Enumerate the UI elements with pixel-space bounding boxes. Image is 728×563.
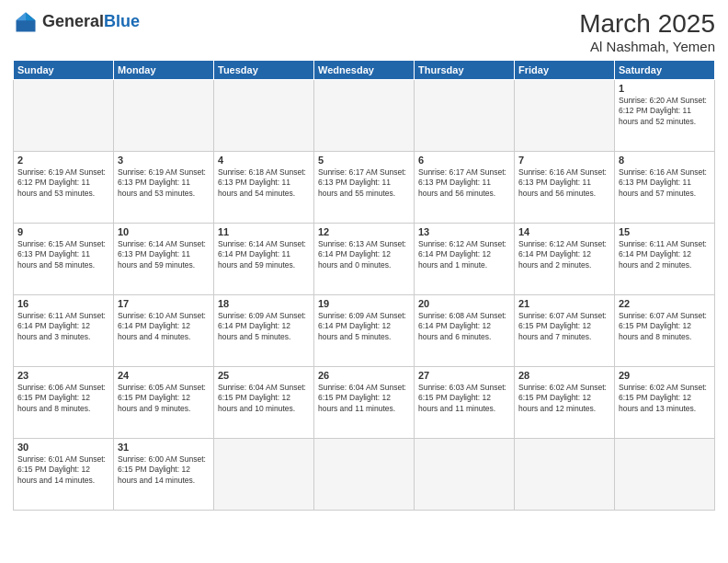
day-number: 27 [418,370,510,381]
weekday-header-wednesday: Wednesday [314,61,415,80]
day-info: Sunrise: 6:19 AM Sunset: 6:13 PM Dayligh… [118,167,210,199]
day-number: 3 [118,155,210,166]
calendar-cell: 14Sunrise: 6:12 AM Sunset: 6:14 PM Dayli… [515,224,615,295]
day-info: Sunrise: 6:14 AM Sunset: 6:14 PM Dayligh… [218,239,310,270]
day-number: 20 [418,298,510,309]
day-number: 15 [619,226,711,237]
calendar-cell: 5Sunrise: 6:17 AM Sunset: 6:13 PM Daylig… [314,152,415,224]
weekday-header-thursday: Thursday [415,61,515,80]
calendar-cell [214,439,314,511]
day-info: Sunrise: 6:16 AM Sunset: 6:13 PM Dayligh… [619,167,711,199]
calendar-cell [314,80,415,152]
calendar-cell [415,80,515,152]
calendar-cell: 16Sunrise: 6:11 AM Sunset: 6:14 PM Dayli… [14,295,114,367]
day-info: Sunrise: 6:00 AM Sunset: 6:15 PM Dayligh… [118,454,210,486]
calendar-cell: 19Sunrise: 6:09 AM Sunset: 6:14 PM Dayli… [314,295,415,367]
day-number: 2 [17,155,109,166]
day-number: 11 [218,226,310,237]
calendar-cell: 3Sunrise: 6:19 AM Sunset: 6:13 PM Daylig… [114,152,214,224]
day-info: Sunrise: 6:09 AM Sunset: 6:14 PM Dayligh… [218,311,310,342]
day-number: 17 [118,298,210,309]
day-number: 6 [418,155,510,166]
week-row-4: 16Sunrise: 6:11 AM Sunset: 6:14 PM Dayli… [14,295,715,367]
calendar-cell: 7Sunrise: 6:16 AM Sunset: 6:13 PM Daylig… [515,152,615,224]
day-number: 14 [518,226,610,237]
calendar: SundayMondayTuesdayWednesdayThursdayFrid… [13,60,715,511]
calendar-cell: 24Sunrise: 6:05 AM Sunset: 6:15 PM Dayli… [114,367,214,439]
calendar-cell: 15Sunrise: 6:11 AM Sunset: 6:14 PM Dayli… [615,224,715,295]
week-row-3: 9Sunrise: 6:15 AM Sunset: 6:13 PM Daylig… [14,224,715,295]
calendar-cell: 8Sunrise: 6:16 AM Sunset: 6:13 PM Daylig… [615,152,715,224]
day-number: 31 [118,442,210,453]
day-number: 8 [619,155,711,166]
day-info: Sunrise: 6:02 AM Sunset: 6:15 PM Dayligh… [518,383,610,414]
day-info: Sunrise: 6:12 AM Sunset: 6:14 PM Dayligh… [418,239,510,270]
day-info: Sunrise: 6:11 AM Sunset: 6:14 PM Dayligh… [619,239,711,270]
calendar-cell: 21Sunrise: 6:07 AM Sunset: 6:15 PM Dayli… [515,295,615,367]
day-number: 4 [218,155,310,166]
calendar-cell: 4Sunrise: 6:18 AM Sunset: 6:13 PM Daylig… [214,152,314,224]
day-number: 5 [318,155,410,166]
day-info: Sunrise: 6:13 AM Sunset: 6:14 PM Dayligh… [318,239,410,270]
day-number: 24 [118,370,210,381]
day-info: Sunrise: 6:04 AM Sunset: 6:15 PM Dayligh… [218,383,310,414]
logo-icon [13,9,39,35]
calendar-cell [615,439,715,511]
day-number: 18 [218,298,310,309]
page: GeneralBlue March 2025 Al Nashmah, Yemen… [0,0,728,563]
day-info: Sunrise: 6:08 AM Sunset: 6:14 PM Dayligh… [418,311,510,342]
day-number: 23 [17,370,109,381]
logo-general-text: General [42,12,104,30]
week-row-1: 1Sunrise: 6:20 AM Sunset: 6:12 PM Daylig… [14,80,715,152]
day-number: 30 [17,442,109,453]
calendar-cell: 29Sunrise: 6:02 AM Sunset: 6:15 PM Dayli… [615,367,715,439]
day-info: Sunrise: 6:07 AM Sunset: 6:15 PM Dayligh… [518,311,610,342]
day-number: 12 [318,226,410,237]
calendar-cell: 30Sunrise: 6:01 AM Sunset: 6:15 PM Dayli… [14,439,114,511]
calendar-cell [415,439,515,511]
day-number: 10 [118,226,210,237]
day-info: Sunrise: 6:06 AM Sunset: 6:15 PM Dayligh… [17,383,109,414]
calendar-cell: 20Sunrise: 6:08 AM Sunset: 6:14 PM Dayli… [415,295,515,367]
calendar-cell: 28Sunrise: 6:02 AM Sunset: 6:15 PM Dayli… [515,367,615,439]
day-info: Sunrise: 6:12 AM Sunset: 6:14 PM Dayligh… [518,239,610,270]
calendar-cell [114,80,214,152]
location: Al Nashmah, Yemen [579,39,715,54]
day-number: 29 [619,370,711,381]
day-info: Sunrise: 6:02 AM Sunset: 6:15 PM Dayligh… [619,383,711,414]
day-number: 21 [518,298,610,309]
calendar-cell: 27Sunrise: 6:03 AM Sunset: 6:15 PM Dayli… [415,367,515,439]
weekday-header-row: SundayMondayTuesdayWednesdayThursdayFrid… [14,61,715,80]
calendar-cell [314,439,415,511]
day-info: Sunrise: 6:20 AM Sunset: 6:12 PM Dayligh… [619,96,711,127]
svg-marker-1 [26,13,36,21]
calendar-cell: 17Sunrise: 6:10 AM Sunset: 6:14 PM Dayli… [114,295,214,367]
day-info: Sunrise: 6:18 AM Sunset: 6:13 PM Dayligh… [218,167,310,199]
calendar-cell: 9Sunrise: 6:15 AM Sunset: 6:13 PM Daylig… [14,224,114,295]
calendar-cell: 1Sunrise: 6:20 AM Sunset: 6:12 PM Daylig… [615,80,715,152]
day-info: Sunrise: 6:17 AM Sunset: 6:13 PM Dayligh… [318,167,410,199]
calendar-cell [214,80,314,152]
calendar-cell: 31Sunrise: 6:00 AM Sunset: 6:15 PM Dayli… [114,439,214,511]
logo-blue-text: Blue [104,12,140,30]
calendar-cell [515,80,615,152]
logo-text: GeneralBlue [42,13,140,31]
day-number: 1 [619,83,711,94]
weekday-header-monday: Monday [114,61,214,80]
day-number: 19 [318,298,410,309]
calendar-cell: 23Sunrise: 6:06 AM Sunset: 6:15 PM Dayli… [14,367,114,439]
month-title: March 2025 [579,9,715,39]
calendar-cell: 12Sunrise: 6:13 AM Sunset: 6:14 PM Dayli… [314,224,415,295]
day-number: 7 [518,155,610,166]
title-block: March 2025 Al Nashmah, Yemen [579,9,715,54]
day-info: Sunrise: 6:17 AM Sunset: 6:13 PM Dayligh… [418,167,510,199]
weekday-header-saturday: Saturday [615,61,715,80]
day-info: Sunrise: 6:04 AM Sunset: 6:15 PM Dayligh… [318,383,410,414]
calendar-cell [14,80,114,152]
day-info: Sunrise: 6:10 AM Sunset: 6:14 PM Dayligh… [118,311,210,342]
day-info: Sunrise: 6:15 AM Sunset: 6:13 PM Dayligh… [17,239,109,270]
day-info: Sunrise: 6:11 AM Sunset: 6:14 PM Dayligh… [17,311,109,342]
day-info: Sunrise: 6:14 AM Sunset: 6:13 PM Dayligh… [118,239,210,270]
day-info: Sunrise: 6:03 AM Sunset: 6:15 PM Dayligh… [418,383,510,414]
calendar-cell: 2Sunrise: 6:19 AM Sunset: 6:12 PM Daylig… [14,152,114,224]
